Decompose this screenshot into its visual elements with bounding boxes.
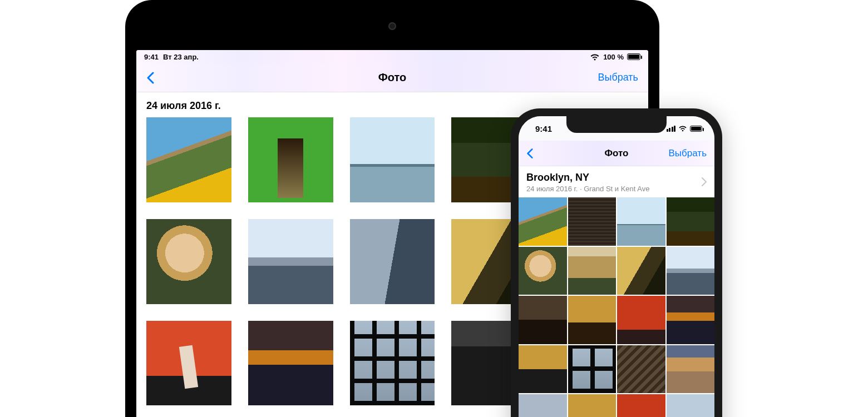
photo-thumbnail[interactable] — [568, 247, 617, 295]
photo-thumbnail[interactable] — [146, 219, 231, 304]
photo-thumbnail[interactable] — [568, 296, 617, 344]
photo-thumbnail[interactable] — [350, 219, 435, 304]
select-button[interactable]: Выбрать — [598, 72, 638, 83]
photo-thumbnail[interactable] — [350, 117, 435, 202]
photo-thumbnail[interactable] — [617, 345, 665, 394]
photo-thumbnail[interactable] — [568, 394, 617, 417]
photo-thumbnail[interactable] — [519, 247, 567, 295]
photo-thumbnail[interactable] — [519, 394, 567, 417]
ipad-camera — [388, 22, 396, 30]
photo-thumbnail[interactable] — [667, 296, 715, 344]
photo-thumbnail[interactable] — [146, 117, 231, 202]
photo-thumbnail[interactable] — [617, 247, 665, 295]
photo-thumbnail[interactable] — [617, 296, 665, 344]
wifi-icon — [678, 125, 687, 132]
photo-thumbnail[interactable] — [519, 345, 567, 394]
photo-thumbnail[interactable] — [248, 219, 333, 304]
ipad-status-time: 9:41 — [144, 53, 159, 61]
ipad-nav-bar: Фото Выбрать — [136, 63, 648, 92]
iphone-nav-title: Фото — [605, 148, 629, 159]
battery-icon — [690, 124, 702, 133]
location-title: Brooklyn, NY — [526, 172, 707, 183]
back-button[interactable] — [526, 148, 533, 159]
photo-thumbnail[interactable] — [568, 197, 617, 246]
photo-thumbnail[interactable] — [667, 345, 715, 394]
ipad-battery-percent: 100 % — [603, 53, 624, 61]
photo-thumbnail[interactable] — [519, 296, 567, 344]
wifi-icon — [590, 53, 600, 61]
chevron-right-icon — [702, 177, 707, 186]
iphone-photo-grid — [519, 197, 714, 417]
photo-thumbnail[interactable] — [667, 394, 715, 417]
select-button[interactable]: Выбрать — [669, 148, 707, 159]
photo-thumbnail[interactable] — [350, 321, 435, 406]
cellular-icon — [667, 126, 676, 132]
location-header[interactable]: Brooklyn, NY 24 июля 2016 г. · Grand St … — [519, 166, 714, 197]
battery-icon — [627, 53, 640, 60]
photo-thumbnail[interactable] — [568, 345, 617, 394]
location-subtitle: 24 июля 2016 г. · Grand St и Kent Ave — [526, 185, 707, 193]
iphone-screen: 9:41 Фото Выбрать Brooklyn, NY 24 июля 2… — [519, 116, 714, 417]
ipad-nav-title: Фото — [378, 71, 407, 84]
photo-thumbnail[interactable] — [519, 197, 567, 246]
iphone-nav-bar: Фото Выбрать — [519, 141, 714, 166]
iphone-notch — [566, 116, 667, 133]
photo-thumbnail[interactable] — [667, 247, 715, 295]
back-button[interactable] — [146, 72, 154, 84]
ipad-status-bar: 9:41 Вт 23 апр. 100 % — [136, 50, 648, 63]
photo-thumbnail[interactable] — [248, 117, 333, 202]
photo-thumbnail[interactable] — [667, 197, 715, 246]
iphone-device: 9:41 Фото Выбрать Brooklyn, NY 24 июля 2… — [511, 108, 722, 417]
photo-thumbnail[interactable] — [248, 321, 333, 406]
photo-thumbnail[interactable] — [617, 197, 665, 246]
photo-thumbnail[interactable] — [617, 394, 665, 417]
photo-thumbnail[interactable] — [146, 321, 231, 406]
ipad-status-day: Вт 23 апр. — [163, 53, 199, 61]
iphone-status-time: 9:41 — [535, 124, 552, 133]
